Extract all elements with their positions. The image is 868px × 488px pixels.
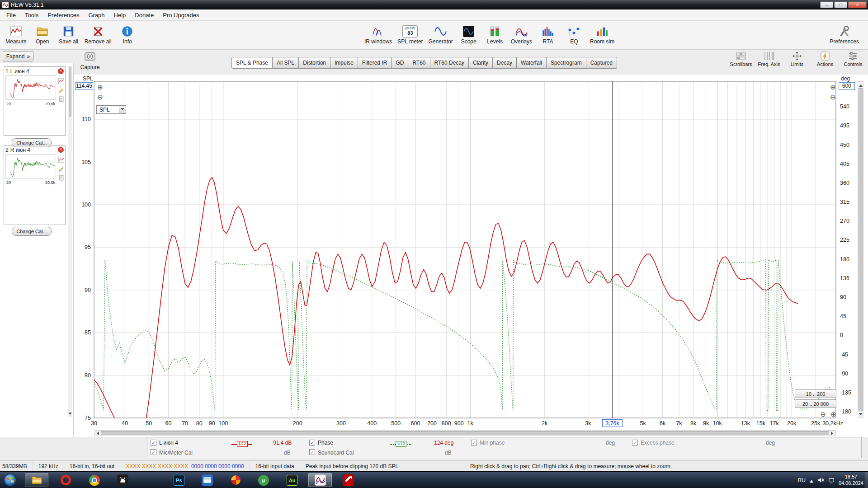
taskbar-audition[interactable]: Au [280, 473, 304, 487]
mini-graph-icon[interactable] [58, 78, 64, 84]
tab-filtered-ir[interactable]: Filtered IR [358, 57, 392, 69]
taskbar-utorrent[interactable]: µ [252, 473, 275, 487]
measure-button[interactable]: Measure [3, 22, 29, 48]
open-button[interactable]: Open [29, 22, 56, 48]
zoom-in-left-axis-icon[interactable]: ⊕ [96, 84, 104, 91]
language-indicator[interactable]: RU [798, 477, 806, 483]
taskbar-amd-software[interactable] [336, 473, 360, 487]
generator-button[interactable]: Generator [426, 22, 456, 48]
remove-measurement-icon[interactable]: × [58, 68, 64, 74]
preferences-button[interactable]: Preferences [827, 22, 862, 48]
measurement-checkbox[interactable]: ✓ [151, 440, 156, 446]
volume-icon[interactable] [817, 477, 824, 483]
remove-measurement-icon[interactable]: × [58, 147, 64, 153]
horizontal-scrollbar-thumb[interactable] [101, 431, 829, 435]
start-button[interactable] [4, 474, 17, 487]
vertical-scrollbar-thumb[interactable] [859, 88, 863, 411]
edit-pencil-icon[interactable] [58, 87, 64, 93]
edit-pencil-icon[interactable] [58, 165, 64, 171]
zoom-in-right-axis-icon[interactable]: ⊕ [829, 84, 837, 91]
taskbar-rew[interactable] [308, 473, 332, 487]
tab-captured[interactable]: Captured [586, 57, 617, 69]
expand-sidebar-button[interactable]: Expand » [3, 51, 33, 61]
taskbar-windows-explorer[interactable] [25, 473, 48, 487]
controls-button[interactable]: Controls [839, 51, 867, 67]
zoom-in-x-axis-icon[interactable]: ⊕ [830, 411, 837, 418]
sidebar-scrollbar-thumb[interactable] [69, 67, 71, 117]
tab-gd[interactable]: GD [392, 57, 408, 69]
measurement-thumbnail[interactable] [4, 75, 65, 102]
display-settings-icon[interactable] [828, 477, 835, 483]
limits-button[interactable]: Limits [783, 51, 811, 67]
remove-all-button[interactable]: Remove all [82, 22, 114, 48]
zoom-out-left-axis-icon[interactable]: ⊖ [96, 94, 104, 101]
phase-checkbox[interactable]: ✓ [309, 440, 315, 446]
taskbar-opera-browser[interactable] [54, 473, 77, 487]
tab-clarity[interactable]: Clarity [469, 57, 493, 69]
graph-type-dropdown[interactable]: SPL [96, 105, 126, 114]
phase-smoothing-badge[interactable]: 1/12 [396, 441, 406, 447]
left-axis-max-box[interactable]: 114,45 [75, 82, 93, 90]
zoom-out-x-axis-icon[interactable]: ⊖ [819, 411, 827, 418]
spl-phase-chart[interactable]: 1101051009590858075585540495450405360315… [74, 75, 868, 437]
taskbar-photoshop[interactable]: Ps [167, 473, 191, 487]
hidden-icons-chevron-icon[interactable] [810, 478, 813, 483]
soundcard-cal-checkbox[interactable]: ✓ [309, 449, 315, 455]
taskbar-pinwheel-app[interactable] [224, 473, 247, 487]
actions-button[interactable]: Actions [811, 51, 839, 67]
spl-smoothing-badge[interactable]: 1/12 [237, 441, 248, 447]
tab-all-spl[interactable]: All SPL [273, 57, 299, 69]
scroll-up-icon[interactable] [859, 83, 863, 88]
sidebar-scroll-down-icon[interactable] [68, 412, 72, 417]
scroll-down-icon[interactable] [859, 412, 863, 417]
tab-spl-phase[interactable]: SPL & Phase [231, 57, 273, 69]
tab-decay[interactable]: Decay [493, 57, 517, 69]
taskbar-dark-app[interactable] [111, 473, 134, 487]
horizontal-scrollbar[interactable] [94, 430, 836, 436]
mini-graph-icon[interactable] [58, 156, 64, 162]
spl-meter-button[interactable]: dB SPL83SPL meter [395, 22, 425, 48]
range-10-200-button[interactable]: 10 .. 200 [795, 389, 836, 398]
zoom-out-right-axis-icon[interactable]: ⊖ [829, 94, 837, 101]
capture-button[interactable]: Capture [80, 50, 100, 70]
menu-pro-upgrades[interactable]: Pro Upgrades [158, 10, 203, 20]
freq-axis-button[interactable]: Freq. Axis [755, 51, 783, 67]
sidebar-scrollbar[interactable] [68, 66, 72, 417]
eq-button[interactable]: EQ [561, 22, 587, 48]
scroll-right-icon[interactable] [830, 432, 835, 435]
scroll-left-icon[interactable] [95, 432, 100, 435]
menu-tools[interactable]: Tools [20, 10, 43, 20]
tab-rt60[interactable]: RT60 [408, 57, 430, 69]
notes-icon[interactable] [58, 174, 64, 180]
menu-file[interactable]: File [2, 10, 20, 20]
info-button[interactable]: Info [114, 22, 141, 48]
clock[interactable]: 18:57 04.06.2024 [839, 474, 863, 487]
ir-windows-button[interactable]: IR windows [362, 22, 395, 48]
save-all-button[interactable]: Save all [56, 22, 82, 48]
measurement-thumbnail[interactable] [4, 154, 65, 180]
scope-button[interactable]: Scope [456, 22, 482, 48]
menu-graph[interactable]: Graph [84, 10, 109, 20]
maximize-button[interactable]: □ [834, 1, 847, 8]
menu-donate[interactable]: Donate [130, 10, 158, 20]
excess-phase-checkbox[interactable]: ✓ [632, 440, 638, 446]
overlays-button[interactable]: Overlays [508, 22, 535, 48]
tab-impulse[interactable]: Impulse [330, 57, 358, 69]
minimize-button[interactable]: – [820, 1, 833, 8]
tab-rt60-decay[interactable]: RT60 Decay [430, 57, 469, 69]
taskbar-blue-window-app[interactable] [195, 473, 219, 487]
vertical-scrollbar[interactable] [858, 81, 863, 418]
min-phase-checkbox[interactable]: ✓ [471, 440, 477, 446]
menu-help[interactable]: Help [109, 10, 131, 20]
notes-icon[interactable] [58, 96, 64, 102]
taskbar-chrome-browser[interactable] [83, 473, 106, 487]
measurement-panel-1[interactable]: 1L июн 4×2020,0k [4, 66, 66, 136]
mic-cal-checkbox[interactable]: ✓ [151, 449, 156, 455]
tab-spectrogram[interactable]: Spectrogram [547, 57, 586, 69]
change-cal-button-2[interactable]: Change Cal... [12, 227, 52, 236]
rta-button[interactable]: RTA [535, 22, 561, 48]
levels-button[interactable]: Levels [482, 22, 508, 48]
tab-distortion[interactable]: Distortion [299, 57, 330, 69]
right-axis-max-box[interactable]: 600 [839, 82, 855, 90]
change-cal-button-1[interactable]: Change Cal... [12, 138, 52, 147]
